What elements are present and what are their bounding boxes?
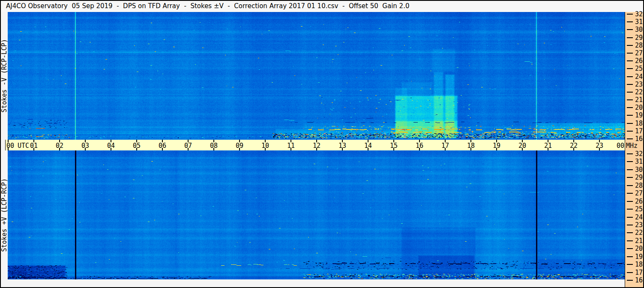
freq-tick [627,161,633,162]
freq-tick [627,225,633,225]
freq-tick [627,53,633,54]
freq-tick [627,107,633,108]
panel-label-text: Stokes +V (LCP-RCP) [0,178,8,252]
freq-tick [627,68,633,69]
hour-label: 17 [432,142,458,150]
freq-tick [627,264,633,265]
hour-label: 03 [72,142,98,150]
panel-label-stokes-plus-v: Stokes +V (LCP-RCP) [1,150,8,279]
hour-label: 00 [608,142,624,150]
freq-tick [627,240,633,241]
freq-label: 29 [634,174,643,181]
freq-label: 28 [634,182,643,189]
hour-label: 08 [201,142,227,150]
hour-label: 21 [535,142,561,150]
freq-tick [627,201,633,202]
freq-label: 22 [634,229,643,237]
freq-label: 17 [634,269,643,276]
freq-tick [627,14,633,15]
hour-label: 07 [175,142,201,150]
freq-tick [627,60,633,61]
hour-label: 04 [98,142,124,150]
hour-label: 22 [561,142,587,150]
freq-label: 27 [634,49,643,57]
freq-tick [627,45,633,46]
freq-label: 32 [634,10,643,18]
hour-label: 18 [458,142,484,150]
time-axis: 0001020304050607080910111213141516171819… [5,140,625,150]
mhz-unit-label: MHz [626,142,638,150]
freq-label: 20 [634,104,643,111]
freq-tick [627,21,633,22]
title-bar: AJ4CO Observatory 05 Sep 2019 - DPS on T… [1,1,643,12]
freq-label: 31 [634,158,643,165]
hour-label: 16 [407,142,432,150]
hour-label: 00 [6,142,14,150]
utc-unit-label: UTC [18,142,29,150]
freq-tick [627,76,633,77]
freq-label: 20 [634,245,643,252]
freq-tick [627,193,633,194]
freq-label: 19 [634,253,643,261]
freq-tick [627,131,633,132]
freq-label: 18 [634,120,643,127]
freq-tick [627,280,633,281]
hour-label: 13 [329,142,355,150]
freq-label: 24 [634,73,643,81]
freq-tick [627,99,633,100]
freq-label: 28 [634,42,643,49]
freq-tick [627,84,633,85]
freq-label: 31 [634,18,643,26]
freq-label: 25 [634,65,643,72]
spectrograph-window: AJ4CO Observatory 05 Sep 2019 - DPS on T… [0,0,644,288]
freq-tick [627,29,633,30]
freq-tick [627,256,633,257]
hour-label: 09 [227,142,252,150]
freq-tick [627,185,633,186]
hour-label: 06 [150,142,175,150]
freq-label: 22 [634,88,643,96]
freq-tick [627,123,633,124]
freq-tick [627,217,633,218]
freq-tick [627,209,633,210]
freq-tick [627,248,633,249]
hour-label: 19 [484,142,509,150]
freq-label: 26 [634,198,643,205]
freq-label: 16 [634,276,643,284]
freq-label: 18 [634,261,643,268]
freq-tick [627,115,633,116]
hour-label: 15 [381,142,407,150]
freq-label: 23 [634,81,643,88]
freq-tick [627,138,633,139]
hour-label: 12 [304,142,329,150]
freq-label: 30 [634,166,643,174]
freq-label: 29 [634,34,643,42]
frequency-scale: 3231302928272625242322212019181716323130… [625,12,643,287]
freq-label: 21 [634,96,643,104]
panel-label-text: Stokes -V (RCP-LCP) [0,39,8,113]
hour-label: 05 [124,142,150,150]
freq-tick [627,232,633,233]
hour-label: 02 [47,142,72,150]
freq-label: 19 [634,111,643,119]
hour-label: 14 [355,142,381,150]
hour-label: 20 [509,142,535,150]
freq-label: 30 [634,26,643,33]
freq-label: 27 [634,189,643,197]
freq-tick [627,169,633,170]
freq-label: 23 [634,221,643,229]
freq-tick [627,92,633,93]
freq-label: 26 [634,57,643,65]
freq-label: 24 [634,213,643,221]
hour-label: 10 [252,142,278,150]
freq-tick [627,37,633,38]
freq-label: 32 [634,150,643,158]
freq-label: 17 [634,127,643,135]
hour-label: 11 [278,142,304,150]
freq-tick [627,153,633,154]
freq-label: 21 [634,237,643,245]
spectrogram-stokes-plus-v [8,150,625,279]
page-title: AJ4CO Observatory 05 Sep 2019 - DPS on T… [6,2,409,10]
freq-tick [627,177,633,178]
spectrogram-stokes-minus-v [8,12,625,140]
